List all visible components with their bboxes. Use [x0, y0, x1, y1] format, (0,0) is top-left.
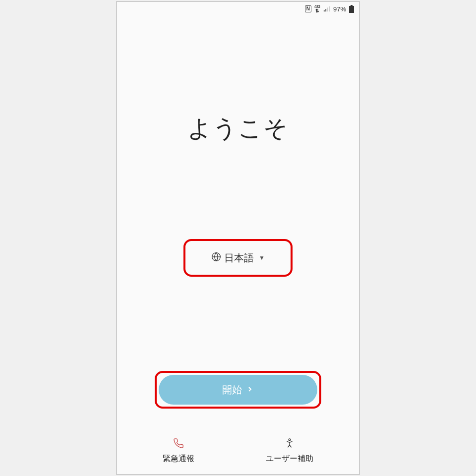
signal-icon: [323, 5, 330, 12]
accessibility-icon: [284, 438, 295, 451]
chevron-right-icon: [246, 384, 254, 396]
svg-rect-1: [325, 9, 326, 11]
svg-rect-3: [329, 6, 330, 12]
status-bar: N 4G ⇅ 97%: [117, 2, 359, 16]
language-label: 日本語: [224, 251, 254, 265]
start-button[interactable]: 開始: [159, 375, 317, 405]
chevron-down-icon: ▼: [259, 254, 265, 261]
accessibility-button[interactable]: ユーザー補助: [266, 438, 313, 464]
start-button-label: 開始: [222, 383, 242, 397]
phone-icon: [173, 438, 184, 451]
nfc-icon: N: [305, 5, 311, 12]
globe-icon: [211, 252, 221, 264]
emergency-label: 緊急通報: [163, 454, 194, 464]
accessibility-label: ユーザー補助: [266, 454, 313, 464]
svg-rect-4: [351, 5, 353, 6]
svg-point-7: [289, 439, 291, 441]
battery-percentage: 97%: [333, 5, 346, 13]
start-highlight-annotation: 開始: [155, 371, 321, 409]
network-4g-icon: 4G ⇅: [314, 4, 320, 13]
svg-rect-0: [324, 10, 325, 12]
welcome-title: ようこそ: [187, 113, 289, 144]
language-highlight-annotation: 日本語 ▼: [183, 239, 293, 277]
footer: 緊急通報 ユーザー補助: [117, 438, 359, 464]
svg-rect-5: [349, 6, 354, 13]
phone-frame: N 4G ⇅ 97% ようこそ: [116, 1, 360, 475]
language-selector[interactable]: 日本語 ▼: [211, 251, 265, 265]
welcome-content: ようこそ 日本語 ▼ 開始: [117, 16, 359, 474]
battery-icon: [349, 5, 354, 13]
emergency-call-button[interactable]: 緊急通報: [163, 438, 194, 464]
svg-rect-2: [327, 7, 328, 11]
